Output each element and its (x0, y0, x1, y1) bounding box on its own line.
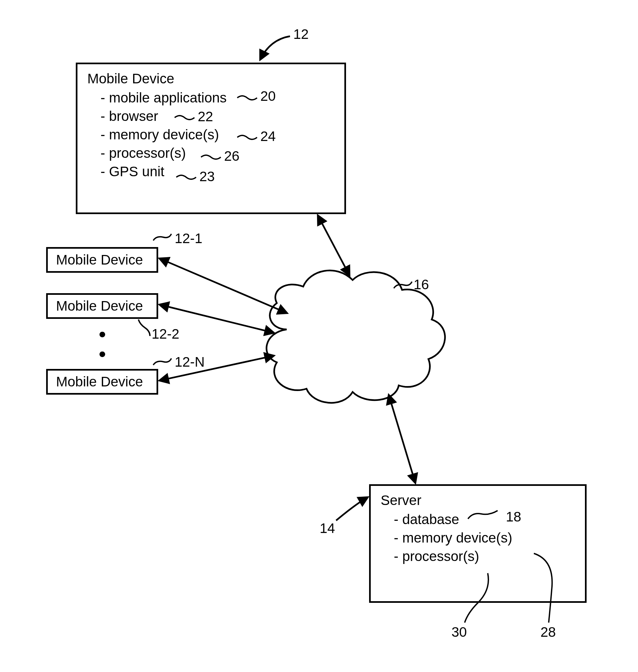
mobile-device-item: - mobile applications (101, 90, 335, 106)
ref-label: 14 (320, 520, 335, 536)
ref-label: 18 (506, 509, 521, 525)
small-device-label: Mobile Device (56, 298, 143, 314)
small-mobile-device-box: Mobile Device (46, 369, 158, 395)
mobile-device-box: Mobile Device - mobile applications - br… (76, 63, 346, 214)
ref-label: 22 (198, 109, 213, 124)
server-title: Server (381, 493, 575, 508)
mobile-device-item: - processor(s) (101, 145, 335, 161)
network-label: NETWORK (326, 343, 397, 358)
small-mobile-device-box: Mobile Device (46, 293, 158, 319)
svg-line-4 (389, 395, 415, 483)
mobile-device-title: Mobile Device (87, 71, 335, 87)
small-device-label: Mobile Device (56, 374, 143, 389)
ref-label: 28 (540, 624, 556, 640)
ref-label: 20 (261, 88, 276, 104)
server-item: - database (394, 512, 575, 528)
ref-label: 12-N (175, 354, 205, 370)
ref-label: 24 (261, 128, 276, 144)
server-box: Server - database - memory device(s) - p… (369, 484, 587, 603)
ref-label: 30 (452, 624, 467, 640)
svg-line-0 (318, 216, 349, 275)
ref-label: 12-1 (175, 230, 202, 246)
mobile-device-item: - memory device(s) (101, 127, 335, 143)
server-item: - processor(s) (394, 549, 575, 564)
mobile-device-item: - browser (101, 108, 335, 124)
mobile-device-item: - GPS unit (101, 164, 335, 179)
small-mobile-device-box: Mobile Device (46, 247, 158, 273)
ref-label: 12 (293, 27, 309, 42)
system-diagram: Mobile Device - mobile applications - br… (0, 0, 638, 672)
ref-label: 23 (199, 169, 215, 185)
small-device-label: Mobile Device (56, 252, 143, 268)
ref-label: 16 (414, 277, 429, 293)
ref-label: 12-2 (152, 326, 179, 342)
server-item: - memory device(s) (394, 530, 575, 546)
ref-label: 26 (224, 148, 239, 164)
svg-line-1 (160, 259, 287, 313)
